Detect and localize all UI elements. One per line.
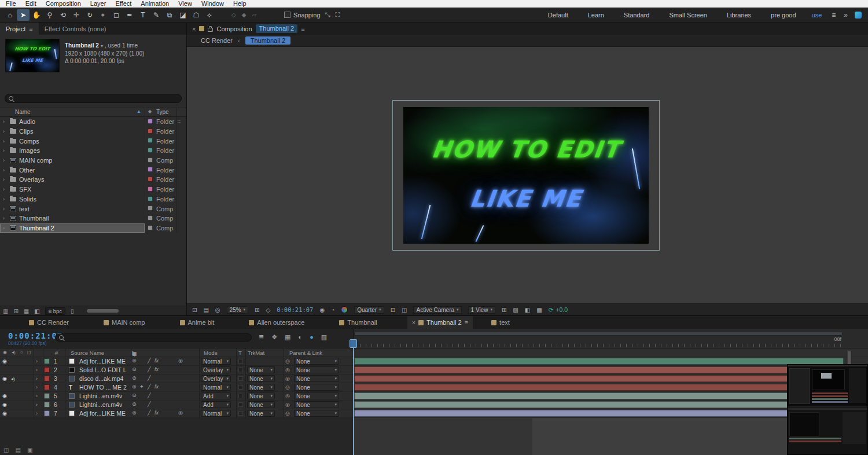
- menu-effect[interactable]: Effect: [111, 0, 136, 8]
- column-header-parent[interactable]: Parent & Link: [289, 350, 322, 356]
- visibility-toggle[interactable]: [2, 366, 10, 374]
- timeline-button-icon[interactable]: ◧: [525, 307, 530, 313]
- shy-toggle[interactable]: ⊚: [132, 384, 137, 390]
- quality-toggle[interactable]: ╱: [148, 358, 150, 364]
- column-header-source-name[interactable]: Source Name: [71, 350, 104, 356]
- label-color-chip[interactable]: [148, 186, 153, 192]
- parent-pickwhip-icon[interactable]: ◎: [285, 401, 290, 409]
- workspace-small-screen[interactable]: Small Screen: [660, 12, 717, 19]
- shy-toggle[interactable]: ⊚: [132, 401, 137, 407]
- project-item-sfx[interactable]: ›SFXFolder: [0, 185, 186, 195]
- fx-badge[interactable]: fx: [155, 358, 159, 364]
- mode-select[interactable]: Overlay▾: [201, 366, 231, 373]
- selection-tool[interactable]: ➤: [17, 9, 30, 21]
- trkmat-select[interactable]: None▾: [247, 375, 275, 382]
- layer-duration-bar[interactable]: [354, 375, 844, 382]
- roto-brush-tool[interactable]: ☖: [190, 9, 203, 21]
- layer-name[interactable]: HOW TO ... ME 2: [79, 383, 130, 391]
- trkmat-select[interactable]: None▾: [247, 392, 275, 399]
- panel-menu-icon[interactable]: ≡: [29, 25, 32, 32]
- snapshot-icon[interactable]: ◉: [319, 307, 325, 313]
- column-header-number[interactable]: #: [55, 350, 58, 356]
- layer-label-chip[interactable]: [44, 384, 50, 390]
- audio-toggle[interactable]: [11, 357, 19, 365]
- menu-animation[interactable]: Animation: [136, 0, 174, 8]
- sort-ascending-icon[interactable]: ▲: [137, 109, 141, 114]
- parent-select[interactable]: None▾: [294, 410, 339, 417]
- preserve-transparency-toggle[interactable]: [238, 411, 243, 416]
- project-item-other[interactable]: ›OtherFolder: [0, 165, 186, 175]
- adjustment-toggle[interactable]: ◎: [178, 358, 183, 364]
- fx-badge[interactable]: fx: [155, 384, 159, 390]
- audio-toggle[interactable]: [11, 392, 19, 400]
- preserve-transparency-toggle[interactable]: [238, 368, 243, 372]
- workspace-standard[interactable]: Standard: [614, 12, 660, 19]
- zoom-tool[interactable]: ⚲: [43, 9, 56, 21]
- visibility-toggle[interactable]: ◉: [2, 409, 10, 417]
- draft-3d-icon[interactable]: ❖: [271, 333, 277, 341]
- chevron-right-icon[interactable]: ›: [3, 206, 7, 212]
- menu-file[interactable]: File: [1, 0, 21, 8]
- workspace-learn[interactable]: Learn: [578, 12, 614, 19]
- layer-duration-bar[interactable]: [354, 358, 844, 365]
- pixel-aspect-icon[interactable]: ⊞: [502, 307, 506, 313]
- toolbar-extra-icon-2[interactable]: ◆: [242, 12, 247, 18]
- layer-row-4[interactable]: ›4THOW TO ... ME 2⊚✦╱fxNormal▾None▾◎None…: [0, 383, 353, 392]
- brush-tool[interactable]: ✎: [150, 9, 163, 21]
- workspace-menu-icon[interactable]: ≡: [827, 11, 840, 19]
- brainstorm-icon[interactable]: ●: [310, 333, 314, 341]
- viewer-current-time[interactable]: 0:00:21:07: [277, 306, 313, 313]
- expand-layer-switches-icon[interactable]: ◫: [3, 447, 9, 453]
- new-folder-icon[interactable]: ⊞: [13, 308, 18, 314]
- fx-badge[interactable]: fx: [155, 366, 159, 372]
- close-icon[interactable]: ×: [412, 319, 415, 326]
- label-column-icon[interactable]: ◆: [148, 109, 152, 114]
- breadcrumb-parent[interactable]: CC Render: [201, 37, 233, 44]
- quality-toggle[interactable]: ╱: [148, 384, 150, 390]
- parent-pickwhip-icon[interactable]: ◎: [285, 366, 290, 374]
- layer-name[interactable]: Adj for...LIKE ME: [79, 357, 130, 365]
- quality-toggle[interactable]: ╱: [148, 410, 150, 416]
- interpret-footage-icon[interactable]: ▥: [3, 308, 8, 314]
- resolution-dropdown[interactable]: Quarter ▾: [354, 306, 384, 314]
- pan-camera-tool[interactable]: ✛: [70, 9, 83, 21]
- audio-toggle[interactable]: [11, 401, 19, 409]
- label-color-chip[interactable]: [148, 157, 153, 163]
- menu-help[interactable]: Help: [229, 0, 251, 8]
- magnification-dropdown[interactable]: 25% ▾: [227, 306, 249, 314]
- layer-row-1[interactable]: ◉›1Adj for...LIKE ME⊚╱fx◎Normal▾◎None▾: [0, 357, 353, 366]
- exposure-control[interactable]: ⟳ +0.0: [549, 306, 568, 313]
- view-options-icon[interactable]: ◎: [215, 307, 220, 313]
- layer-name[interactable]: Adj for...LIKE ME: [79, 409, 130, 417]
- reset-exposure-icon[interactable]: ⟳: [549, 306, 554, 313]
- menu-window[interactable]: Window: [197, 0, 229, 8]
- chevron-down-icon[interactable]: ▾: [99, 43, 105, 49]
- new-composition-icon[interactable]: ▦: [24, 308, 29, 314]
- menu-view[interactable]: View: [174, 0, 197, 8]
- chevron-right-icon[interactable]: ›: [3, 119, 7, 124]
- project-search[interactable]: [5, 94, 182, 103]
- playhead-line[interactable]: [353, 339, 354, 455]
- snapping-checkbox[interactable]: [284, 12, 290, 18]
- preserve-transparency-toggle[interactable]: [238, 394, 243, 398]
- layer-row-7[interactable]: ◉›7Adj for...LIKE ME⊚╱fx◎Normal▾None▾◎No…: [0, 409, 353, 418]
- parent-select[interactable]: None▾: [294, 375, 339, 382]
- label-color-chip[interactable]: [148, 138, 153, 143]
- shy-toggle[interactable]: ⊚: [132, 366, 137, 372]
- timecode[interactable]: 0:00:21:07: [8, 331, 62, 340]
- collapse-toggle[interactable]: ✦: [139, 384, 144, 390]
- panel-menu-icon[interactable]: ≡: [301, 25, 304, 32]
- trash-icon[interactable]: ▯: [71, 308, 74, 314]
- parent-select[interactable]: None▾: [294, 384, 339, 391]
- expand-icon[interactable]: ›: [36, 392, 38, 400]
- chevron-right-icon[interactable]: ›: [3, 129, 7, 134]
- menu-edit[interactable]: Edit: [21, 0, 41, 8]
- layer-label-chip[interactable]: [44, 410, 50, 416]
- project-item-clips[interactable]: ›ClipsFolder: [0, 127, 186, 137]
- solo-column-icon[interactable]: ○: [20, 350, 23, 355]
- mode-select[interactable]: Normal▾: [201, 358, 231, 365]
- horizontal-scrollbar[interactable]: [87, 309, 119, 313]
- preserve-transparency-toggle[interactable]: [238, 376, 243, 381]
- label-color-chip[interactable]: [148, 148, 153, 153]
- layer-row-5[interactable]: ◉›5Lightni...en.m4v⊚╱Add▾None▾◎None▾: [0, 392, 353, 401]
